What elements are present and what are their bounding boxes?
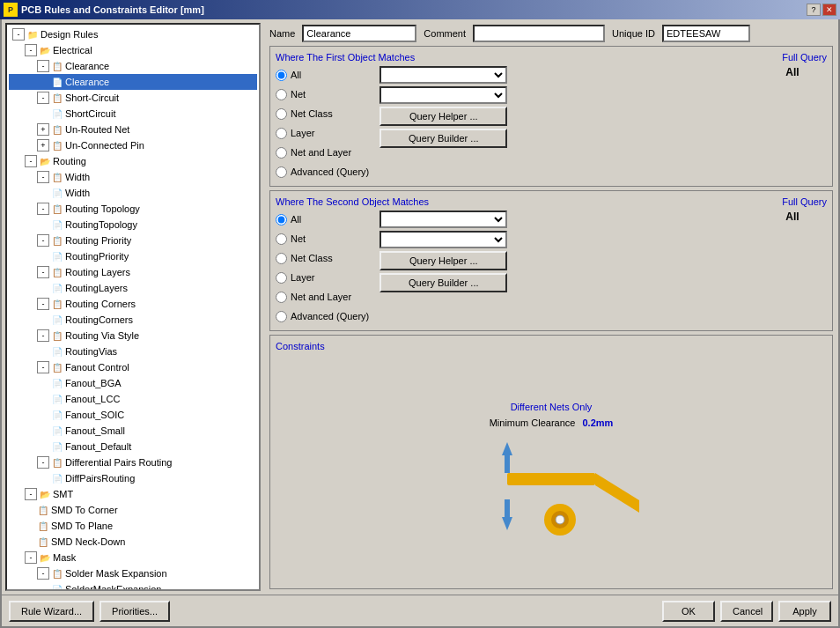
second-match-full-query-label: Full Query <box>782 196 827 207</box>
expander-width[interactable]: - <box>37 171 49 183</box>
second-match-radio-all[interactable] <box>276 214 287 225</box>
second-match-radio-netclass[interactable] <box>276 253 287 264</box>
second-match-net-dropdown[interactable] <box>379 211 507 228</box>
second-match-radio-advanced[interactable] <box>276 311 287 322</box>
first-match-radio-all[interactable] <box>276 70 287 81</box>
label-width: Width <box>65 172 90 182</box>
tree-item-differential-pairs[interactable]: - 📋 Differential Pairs Routing <box>9 454 257 470</box>
expander-un-routed-net[interactable]: + <box>37 123 49 136</box>
tree-item-clearance-group[interactable]: - 📋 Clearance <box>9 58 257 74</box>
second-match-radio-netandlayer-row: Net and Layer <box>276 288 369 306</box>
first-match-radio-advanced[interactable] <box>276 166 287 178</box>
expander-routing-corners[interactable]: - <box>37 298 49 310</box>
tree-item-short-circuit[interactable]: - 📋 Short-Circuit <box>9 90 257 106</box>
tree-item-fanout-default[interactable]: 📄 Fanout_Default <box>9 439 257 454</box>
comment-input[interactable] <box>473 25 605 42</box>
tree-item-routingcorners[interactable]: 📄 RoutingCorners <box>9 312 257 328</box>
expander-mask[interactable]: - <box>25 551 37 564</box>
tree-item-soldermaskexpansion[interactable]: 📄 SolderMaskExpansion <box>9 581 257 589</box>
expander-smt[interactable]: - <box>25 488 37 500</box>
tree-item-smd-to-corner[interactable]: 📋 SMD To Corner <box>9 502 257 518</box>
tree-item-fanout-soic[interactable]: 📄 Fanout_SOIC <box>9 407 257 423</box>
tree-item-fanout-control[interactable]: - 📋 Fanout Control <box>9 359 257 375</box>
first-match-netclass-dropdown[interactable] <box>379 86 507 104</box>
tree-item-width[interactable]: - 📋 Width <box>9 169 257 185</box>
label-design-rules: Design Rules <box>41 29 98 40</box>
first-match-query-builder-btn[interactable]: Query Builder ... <box>379 129 507 148</box>
expander-design-rules[interactable]: - <box>12 28 25 41</box>
tree-item-un-connected-pin[interactable]: + 📋 Un-Connected Pin <box>9 137 257 153</box>
rule-wizard-button[interactable]: Rule Wizard... <box>9 601 94 622</box>
tree-item-un-routed-net[interactable]: + 📋 Un-Routed Net <box>9 122 257 137</box>
first-match-radio-netclass[interactable] <box>276 108 287 120</box>
first-match-radio-netandlayer[interactable] <box>276 147 287 159</box>
tree-item-routing[interactable]: - 📂 Routing <box>9 153 257 169</box>
expander-clearance-group[interactable]: - <box>37 60 49 72</box>
expander-routing-via-style[interactable]: - <box>37 329 49 342</box>
tree-item-width-rule[interactable]: 📄 Width <box>9 185 257 201</box>
tree-item-solder-mask-expansion[interactable]: - 📋 Solder Mask Expansion <box>9 565 257 581</box>
expander-routing-priority[interactable]: - <box>37 234 49 247</box>
expander-routing-topology[interactable]: - <box>37 203 49 215</box>
tree-item-routing-layers[interactable]: - 📋 Routing Layers <box>9 264 257 280</box>
uniqueid-input[interactable] <box>662 25 750 42</box>
label-routinglayers: RoutingLayers <box>65 283 128 293</box>
second-match-query-helper-btn[interactable]: Query Helper ... <box>379 251 507 270</box>
apply-button[interactable]: Apply <box>778 601 831 622</box>
second-match-radio-layer[interactable] <box>276 272 287 284</box>
tree-item-electrical[interactable]: - 📂 Electrical <box>9 42 257 58</box>
tree-item-clearance[interactable]: 📄 Clearance <box>9 74 257 90</box>
tree-item-smd-neck-down[interactable]: 📋 SMD Neck-Down <box>9 534 257 550</box>
tree-item-diffpairsrouting[interactable]: 📄 DiffPairsRouting <box>9 470 257 486</box>
name-input[interactable] <box>302 25 416 42</box>
second-match-netclass-dropdown[interactable] <box>379 231 507 248</box>
expander-solder-mask-expansion[interactable]: - <box>37 567 49 580</box>
tree-item-smd-to-plane[interactable]: 📋 SMD To Plane <box>9 518 257 534</box>
first-match-query-helper-btn[interactable]: Query Helper ... <box>379 107 507 126</box>
tree-item-fanout-bga[interactable]: 📄 Fanout_BGA <box>9 375 257 391</box>
first-match-radio-net[interactable] <box>276 89 287 100</box>
expander-un-connected-pin[interactable]: + <box>37 139 49 151</box>
tree-item-fanout-lcc[interactable]: 📄 Fanout_LCC <box>9 391 257 407</box>
icon-diffpairsrouting: 📄 <box>51 472 63 484</box>
icon-smd-to-corner: 📋 <box>37 504 49 516</box>
tree-item-mask[interactable]: - 📂 Mask <box>9 550 257 565</box>
tree-panel: - 📁 Design Rules - 📂 Electrical - 📋 Cle <box>5 23 261 591</box>
expander-electrical[interactable]: - <box>25 44 37 56</box>
expander-differential-pairs[interactable]: - <box>37 456 49 469</box>
tree-item-shortcircuit[interactable]: 📄 ShortCircuit <box>9 106 257 122</box>
expander-routing-layers[interactable]: - <box>37 266 49 278</box>
tree-item-smt[interactable]: - 📂 SMT <box>9 486 257 502</box>
second-match-query-builder-btn[interactable]: Query Builder ... <box>379 273 507 292</box>
help-button[interactable]: ? <box>807 4 821 16</box>
second-match-radio-net[interactable] <box>276 233 287 245</box>
first-match-radio-layer[interactable] <box>276 128 287 139</box>
tree-item-design-rules[interactable]: - 📁 Design Rules <box>9 26 257 42</box>
tree-item-routing-via-style[interactable]: - 📋 Routing Via Style <box>9 328 257 344</box>
expander-routing[interactable]: - <box>25 155 37 167</box>
first-match-net-dropdown[interactable] <box>379 66 507 84</box>
title-bar: P PCB Rules and Constraints Editor [mm] … <box>0 0 840 19</box>
tree-item-routing-priority[interactable]: - 📋 Routing Priority <box>9 233 257 248</box>
tree-item-routing-corners[interactable]: - 📋 Routing Corners <box>9 296 257 312</box>
tree-item-routingvias[interactable]: 📄 RoutingVias <box>9 344 257 359</box>
tree-item-routing-topology[interactable]: - 📋 Routing Topology <box>9 201 257 217</box>
expander-short-circuit[interactable]: - <box>37 92 49 104</box>
icon-routing: 📂 <box>39 155 51 167</box>
expander-fanout-control[interactable]: - <box>37 361 49 373</box>
label-diffpairsrouting: DiffPairsRouting <box>65 473 135 484</box>
ok-button[interactable]: OK <box>662 601 715 622</box>
tree-scroll[interactable]: - 📁 Design Rules - 📂 Electrical - 📋 Cle <box>7 25 259 589</box>
tree-item-routingpriority[interactable]: 📄 RoutingPriority <box>9 248 257 264</box>
priorities-button[interactable]: Priorities... <box>99 601 170 622</box>
second-match-radio-netandlayer[interactable] <box>276 292 287 303</box>
tree-item-fanout-small[interactable]: 📄 Fanout_Small <box>9 423 257 439</box>
icon-fanout-control: 📋 <box>51 361 63 373</box>
tree-item-routingtopology[interactable]: 📄 RoutingTopology <box>9 217 257 233</box>
icon-width-rule: 📄 <box>51 187 63 199</box>
close-button[interactable]: ✕ <box>822 4 836 16</box>
cancel-button[interactable]: Cancel <box>720 601 773 622</box>
first-match-section: Where The First Object Matches All Net <box>269 46 833 187</box>
different-nets-label: Different Nets Only <box>511 402 593 412</box>
tree-item-routinglayers[interactable]: 📄 RoutingLayers <box>9 280 257 296</box>
